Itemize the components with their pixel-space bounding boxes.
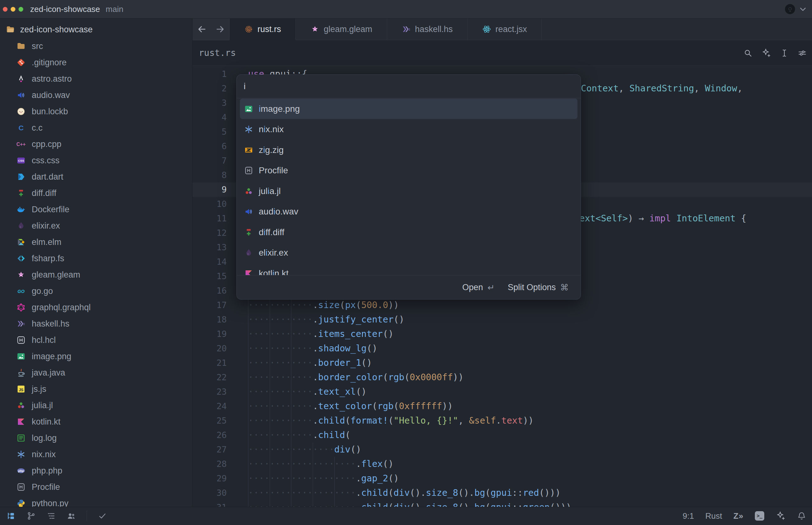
git-branch-name[interactable]: main (106, 4, 123, 14)
edit-prediction-icon[interactable]: Z» (734, 511, 743, 521)
bun-icon (16, 107, 26, 116)
sidebar-item-haskell.hs[interactable]: haskell.hs (0, 316, 192, 332)
sidebar-item-elixir.ex[interactable]: elixir.ex (0, 217, 192, 234)
code-line-19[interactable]: 19············.items_center() (193, 327, 812, 341)
code-text: ················div() (248, 442, 361, 457)
finder-item-nix.nix[interactable]: nix.nix (240, 119, 577, 140)
statusbar-divider (87, 511, 87, 521)
tab-haskell.hs[interactable]: haskell.hs (387, 18, 468, 40)
sidebar-item-elm.elm[interactable]: elm.elm (0, 234, 192, 250)
cursor-position[interactable]: 9:1 (683, 511, 694, 521)
code-line-31[interactable]: 31····················.child(div().size_… (193, 500, 812, 507)
sidebar-item-gleam.gleam[interactable]: gleam.gleam (0, 267, 192, 283)
split-options-button[interactable]: Split Options ⌘ (508, 283, 569, 292)
line-number: 1 (193, 67, 227, 81)
code-line-20[interactable]: 20············.shadow_lg() (193, 341, 812, 356)
code-line-17[interactable]: 17············.size(px(500.0)) (193, 298, 812, 312)
sidebar-item-cpp.cpp[interactable]: C++cpp.cpp (0, 136, 192, 152)
svg-text:C: C (18, 124, 24, 132)
finder-item-image.png[interactable]: image.png (240, 99, 577, 119)
sidebar-item-audio.wav[interactable]: audio.wav (0, 87, 192, 103)
sidebar-item-Dockerfile[interactable]: Dockerfile (0, 201, 192, 217)
code-text: ············.items_center() (248, 327, 393, 341)
collab-panel-icon[interactable] (66, 511, 76, 521)
minimize-window-button[interactable] (11, 7, 15, 12)
inline-assist-sparkle-icon[interactable] (761, 48, 771, 58)
finder-item-label: kotlin.kt (259, 269, 289, 275)
open-button[interactable]: Open ↵ (462, 283, 495, 292)
whitespace-dots: ············ (248, 329, 313, 339)
tab-gleam.gleam[interactable]: gleam.gleam (296, 18, 387, 40)
code-text: ············.border_1() (248, 356, 372, 370)
finder-item-zig.zig[interactable]: zig.zig (240, 140, 577, 160)
sidebar-item-image.png[interactable]: image.png (0, 348, 192, 364)
sidebar-item-log.log[interactable]: log.log (0, 430, 192, 446)
project-name[interactable]: zed-icon-showcase (30, 4, 100, 14)
outline-panel-icon[interactable] (46, 511, 56, 521)
sidebar-item-bun.lockb[interactable]: bun.lockb (0, 103, 192, 120)
project-root-row[interactable]: zed-icon-showcase (0, 22, 192, 38)
sidebar-item-Procfile[interactable]: Procfile (0, 479, 192, 495)
navigate-forward-button[interactable] (215, 24, 225, 34)
sidebar-item-kotlin.kt[interactable]: kotlin.kt (0, 414, 192, 430)
sidebar-item-c.c[interactable]: Cc.c (0, 120, 192, 136)
sidebar-item-diff.diff[interactable]: diff.diff (0, 185, 192, 201)
git-branch-icon[interactable] (26, 511, 36, 521)
finder-item-kotlin.kt[interactable]: kotlin.kt (240, 263, 577, 275)
sidebar-item-js.js[interactable]: JSjs.js (0, 381, 192, 397)
tab-react.jsx[interactable]: react.jsx (468, 18, 542, 40)
code-line-27[interactable]: 27················div() (193, 442, 812, 457)
assistant-sparkle-icon[interactable] (776, 511, 786, 521)
haskell-icon (402, 25, 411, 34)
sidebar-item-nix.nix[interactable]: nix.nix (0, 446, 192, 463)
finder-item-Procfile[interactable]: Procfile (240, 161, 577, 181)
diagnostics-check-icon[interactable] (97, 511, 107, 521)
search-icon[interactable] (743, 48, 753, 58)
code-line-18[interactable]: 18············.justify_center() (193, 312, 812, 327)
editor-settings-sliders-icon[interactable] (798, 48, 807, 58)
sidebar-item-astro.astro[interactable]: astro.astro (0, 71, 192, 87)
finder-item-elixir.ex[interactable]: elixir.ex (240, 243, 577, 263)
sidebar-item-fsharp.fs[interactable]: fsharp.fs (0, 250, 192, 267)
code-line-30[interactable]: 30····················.child(div().size_… (193, 486, 812, 500)
sidebar-item-.gitignore[interactable]: .gitignore (0, 54, 192, 71)
sidebar-item-julia.jl[interactable]: julia.jl (0, 397, 192, 414)
code-line-26[interactable]: 26············.child( (193, 428, 812, 442)
code-line-21[interactable]: 21············.border_1() (193, 356, 812, 370)
sidebar-item-python.py[interactable]: python.py (0, 495, 192, 507)
terminal-panel-icon[interactable]: >_ (755, 511, 764, 521)
finder-item-diff.diff[interactable]: diff.diff (240, 222, 577, 242)
language-selector[interactable]: Rust (705, 511, 722, 521)
sidebar-item-java.java[interactable]: java.java (0, 364, 192, 381)
sidebar-item-css.css[interactable]: CSScss.css (0, 152, 192, 169)
file-finder-query-input[interactable]: i (237, 75, 581, 98)
project-panel-toggle-icon[interactable] (6, 511, 16, 521)
notification-bell-icon[interactable] (797, 511, 806, 521)
code-line-25[interactable]: 25············.child(format!("Hello, {}!… (193, 414, 812, 428)
ibeam-cursor-icon[interactable] (780, 48, 789, 58)
maximize-window-button[interactable] (18, 7, 23, 12)
finder-item-audio.wav[interactable]: audio.wav (240, 201, 577, 222)
chevron-down-icon[interactable] (798, 4, 808, 14)
code-line-28[interactable]: 28····················.flex() (193, 457, 812, 471)
code-line-29[interactable]: 29····················.gap_2() (193, 471, 812, 486)
avatar[interactable]: ⍜ (785, 4, 795, 14)
sidebar-item-go.go[interactable]: GOgo.go (0, 283, 192, 299)
file-name: elixir.ex (32, 221, 60, 231)
code-line-22[interactable]: 22············.border_color(rgb(0x0000ff… (193, 370, 812, 385)
sidebar-item-src[interactable]: src (0, 38, 192, 54)
sidebar-item-graphql.graphql[interactable]: graphql.graphql (0, 299, 192, 316)
sidebar-item-php.php[interactable]: phpphp.php (0, 463, 192, 479)
code-text: ············.shadow_lg() (248, 341, 377, 356)
line-number: 8 (193, 168, 227, 182)
close-window-button[interactable] (3, 7, 7, 12)
breadcrumb[interactable]: rust.rs (199, 48, 236, 58)
tab-rust.rs[interactable]: Rrust.rs (229, 18, 296, 40)
code-line-24[interactable]: 24············.text_color(rgb(0xffffff)) (193, 399, 812, 414)
navigate-back-button[interactable] (197, 24, 207, 34)
code-line-23[interactable]: 23············.text_xl() (193, 385, 812, 399)
sidebar-item-dart.dart[interactable]: dart.dart (0, 169, 192, 185)
sidebar-item-hcl.hcl[interactable]: hcl.hcl (0, 332, 192, 348)
finder-item-julia.jl[interactable]: julia.jl (240, 181, 577, 201)
image-icon (244, 104, 254, 114)
